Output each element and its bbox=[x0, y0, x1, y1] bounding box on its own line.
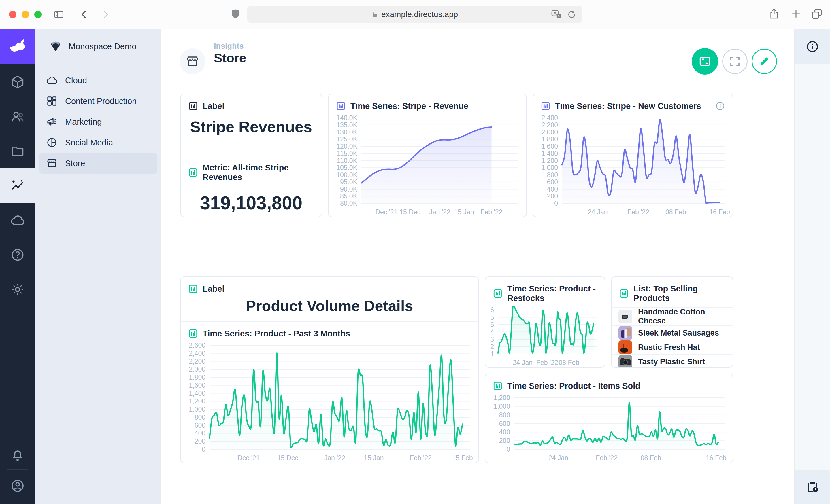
users-icon bbox=[10, 109, 25, 124]
bell-icon bbox=[10, 447, 25, 462]
panel-product-items-sold: Time Series: Product - Items Sold 1,2001… bbox=[485, 373, 733, 463]
svg-text:0: 0 bbox=[202, 445, 205, 453]
new-tab-icon[interactable] bbox=[790, 7, 802, 20]
product-thumbnail bbox=[618, 326, 632, 340]
list-item[interactable]: Handmade Cotton Cheese bbox=[611, 307, 733, 326]
svg-text:2,000: 2,000 bbox=[541, 129, 558, 136]
content-module-button[interactable] bbox=[0, 65, 35, 99]
translate-icon[interactable]: Ax bbox=[550, 9, 562, 20]
edit-dashboard-button[interactable] bbox=[752, 49, 777, 74]
fullscreen-button[interactable] bbox=[722, 49, 747, 74]
svg-text:Dec '21: Dec '21 bbox=[375, 208, 397, 216]
svg-text:110.0K: 110.0K bbox=[337, 157, 358, 164]
files-module-button[interactable] bbox=[0, 134, 35, 168]
label-text: Stripe Revenues bbox=[181, 118, 322, 136]
user-avatar-button[interactable] bbox=[0, 471, 35, 500]
back-icon[interactable] bbox=[78, 9, 90, 20]
svg-text:08 Feb: 08 Feb bbox=[641, 454, 662, 462]
cloud-module-button[interactable] bbox=[0, 203, 35, 238]
svg-text:15 Dec: 15 Dec bbox=[277, 454, 298, 462]
panel-stripe-revenue: Time Series: Stripe - Revenue 140.0K135.… bbox=[328, 94, 527, 217]
activity-log-button[interactable] bbox=[795, 470, 830, 504]
gear-icon bbox=[10, 282, 25, 297]
svg-text:16 Feb: 16 Feb bbox=[706, 454, 727, 462]
card-title: Time Series: Stripe - New Customers bbox=[555, 101, 701, 111]
svg-text:1,800: 1,800 bbox=[541, 135, 558, 143]
product-past3-chart: 2,6002,4002,2002,0001,8001,6001,4001,200… bbox=[181, 341, 478, 463]
svg-text:1,200: 1,200 bbox=[189, 397, 205, 405]
list-item[interactable]: Sleek Metal Sausages bbox=[611, 326, 733, 340]
svg-text:1,200: 1,200 bbox=[541, 157, 558, 164]
bar-chart-icon bbox=[493, 381, 503, 391]
settings-module-button[interactable] bbox=[0, 272, 35, 307]
sidebar-item-content-production[interactable]: Content Production bbox=[39, 91, 157, 111]
panel-info-icon[interactable] bbox=[715, 101, 725, 111]
svg-text:24 Jan: 24 Jan bbox=[548, 454, 568, 462]
directus-logo[interactable] bbox=[0, 29, 35, 64]
sidebar-toggle-icon[interactable] bbox=[53, 9, 64, 20]
pie-chart-icon bbox=[46, 137, 58, 148]
svg-text:600: 600 bbox=[195, 422, 205, 429]
svg-text:400: 400 bbox=[547, 186, 558, 193]
sidebar-info-button[interactable] bbox=[795, 29, 830, 64]
list-item[interactable]: Rustic Fresh Hat bbox=[611, 340, 733, 354]
svg-text:5: 5 bbox=[490, 314, 494, 321]
card-title: Time Series: Product - Restocks bbox=[507, 284, 597, 303]
bar-chart-icon bbox=[541, 101, 550, 111]
nav-sidebar: Monospace Demo Cloud Content Production … bbox=[35, 29, 161, 504]
svg-text:Jan '22: Jan '22 bbox=[324, 454, 345, 462]
zoom-window-button[interactable] bbox=[34, 11, 42, 18]
svg-text:Feb '22: Feb '22 bbox=[536, 359, 558, 366]
tab-overview-icon[interactable] bbox=[810, 7, 823, 20]
svg-text:Jan '22: Jan '22 bbox=[429, 208, 450, 216]
bar-chart-icon bbox=[188, 329, 198, 338]
panel-stripe-label-metric: Label Stripe Revenues Metric: All-time S… bbox=[180, 94, 322, 217]
project-switcher[interactable]: Monospace Demo bbox=[35, 29, 161, 64]
svg-text:85.0K: 85.0K bbox=[340, 192, 358, 200]
share-icon[interactable] bbox=[768, 7, 780, 20]
product-name: Handmade Cotton Cheese bbox=[638, 308, 726, 326]
close-window-button[interactable] bbox=[9, 11, 17, 18]
product-restocks-chart: 655432124 JanFeb '2208 Feb bbox=[485, 306, 605, 367]
privacy-shield-icon[interactable] bbox=[229, 8, 242, 20]
card-title: Label bbox=[202, 101, 224, 111]
help-module-button[interactable] bbox=[0, 238, 35, 272]
svg-text:Feb '22: Feb '22 bbox=[410, 454, 432, 462]
product-name: Sleek Metal Sausages bbox=[638, 329, 719, 338]
svg-text:0: 0 bbox=[506, 445, 510, 453]
list-item[interactable]: Tasty Plastic Shirt bbox=[611, 354, 733, 368]
users-module-button[interactable] bbox=[0, 99, 35, 134]
svg-text:Feb '22: Feb '22 bbox=[628, 208, 649, 216]
cloud-icon bbox=[46, 75, 58, 86]
browser-chrome: example.directus.app Ax bbox=[0, 0, 830, 29]
present-mode-button[interactable] bbox=[692, 48, 718, 75]
sidebar-item-marketing[interactable]: Marketing bbox=[39, 111, 157, 132]
url-bar[interactable]: example.directus.app Ax bbox=[247, 6, 582, 23]
svg-text:1,000: 1,000 bbox=[541, 164, 558, 171]
storefront-icon bbox=[46, 158, 58, 169]
svg-text:800: 800 bbox=[547, 171, 558, 178]
svg-text:140.0K: 140.0K bbox=[336, 114, 358, 122]
svg-text:400: 400 bbox=[499, 428, 510, 436]
clipboard-clock-icon bbox=[805, 480, 819, 494]
svg-text:2,600: 2,600 bbox=[189, 342, 205, 349]
storefront-icon bbox=[186, 55, 199, 68]
insights-module-button[interactable] bbox=[0, 168, 35, 203]
svg-text:125.0K: 125.0K bbox=[336, 135, 358, 143]
sidebar-item-cloud[interactable]: Cloud bbox=[39, 70, 157, 91]
svg-text:4: 4 bbox=[490, 328, 494, 336]
sidebar-item-label: Cloud bbox=[65, 76, 87, 85]
forward-icon[interactable] bbox=[100, 9, 111, 20]
minimize-window-button[interactable] bbox=[22, 11, 29, 18]
folder-icon bbox=[10, 144, 25, 159]
svg-text:A: A bbox=[553, 11, 556, 15]
module-bar bbox=[0, 29, 35, 504]
sidebar-item-social-media[interactable]: Social Media bbox=[39, 132, 157, 153]
svg-text:1,000: 1,000 bbox=[189, 405, 205, 413]
breadcrumb[interactable]: Insights bbox=[214, 42, 244, 51]
url-text: example.directus.app bbox=[381, 10, 458, 19]
notifications-button[interactable] bbox=[0, 437, 35, 472]
reload-icon[interactable] bbox=[567, 9, 577, 20]
sidebar-item-store[interactable]: Store bbox=[39, 153, 157, 174]
svg-text:24 Jan: 24 Jan bbox=[513, 359, 533, 366]
